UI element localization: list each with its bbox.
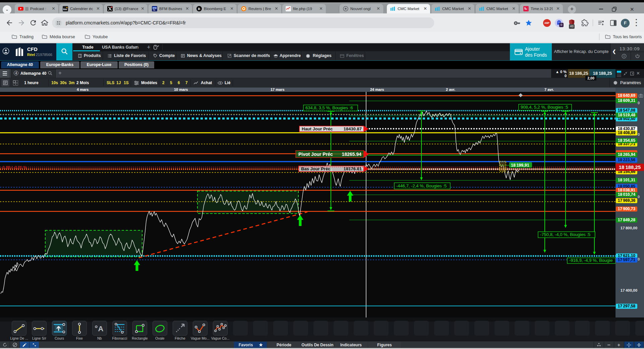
svg-text:Pivot Jour Préc: Pivot Jour Préc (298, 152, 333, 157)
svg-text:908,4, 5,2 %, Bougies :5: 908,4, 5,2 %, Bougies :5 (521, 105, 568, 110)
svg-text:-1,88 / -0,01 %: -1,88 / -0,01 % (1, 165, 26, 169)
svg-text:B: B (198, 7, 200, 11)
svg-text:-750,8, -4,0 %, Bougies :5: -750,8, -4,0 %, Bougies :5 (540, 232, 590, 237)
svg-text:634,8, 3,5 %, Bougies :6: 634,8, 3,5 %, Bougies :6 (305, 105, 353, 110)
svg-text:18265.94: 18265.94 (342, 152, 362, 157)
svg-text:-446,7, -2,4 %, Bougies :5: -446,7, -2,4 %, Bougies :5 (396, 183, 447, 188)
svg-text:A: A (98, 325, 104, 333)
svg-text:18 199,91: 18 199,91 (511, 163, 529, 168)
svg-text:Haut Jour Préc: Haut Jour Préc (302, 126, 333, 131)
svg-text:18430.87: 18430.87 (344, 126, 362, 131)
svg-text:TV: TV (153, 9, 155, 11)
svg-text:-916,9, -4,9 %, Bougie: -916,9, -4,9 %, Bougie (569, 258, 612, 263)
svg-text:BFM: BFM (153, 7, 157, 9)
